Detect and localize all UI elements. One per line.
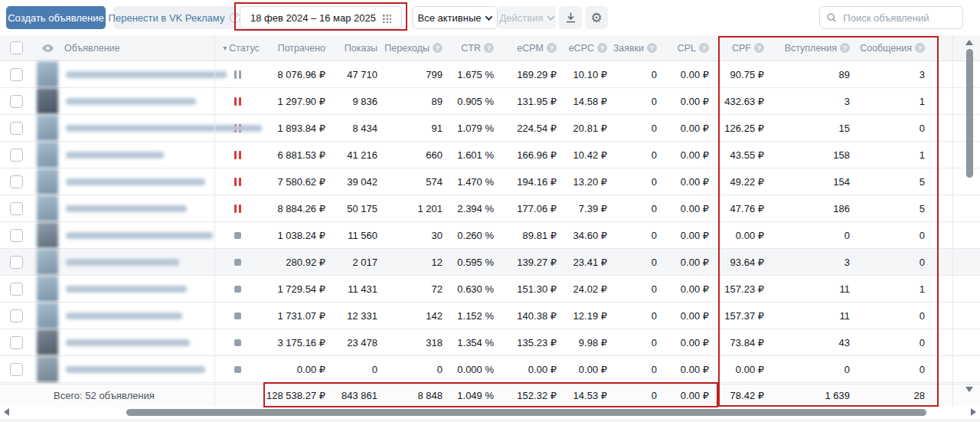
row-checkbox[interactable] xyxy=(10,202,23,215)
column-header-cpl[interactable]: CPL? xyxy=(665,43,717,54)
column-header-ecpm[interactable]: eCPM? xyxy=(501,43,564,54)
ad-title-blurred[interactable] xyxy=(63,312,214,319)
cell-cpf: 0.00 ₽ xyxy=(717,230,772,241)
table-body: 8 076.96 ₽ 47 710 799 1.675 % 169.29 ₽ 1… xyxy=(0,61,980,383)
help-icon[interactable]: ? xyxy=(484,43,494,53)
ad-thumbnail[interactable] xyxy=(32,329,63,355)
horizontal-scroll-right-arrow[interactable] xyxy=(971,408,976,416)
calendar-grid-icon xyxy=(381,13,391,23)
cell-leads: 0 xyxy=(615,310,665,322)
ad-thumbnail[interactable] xyxy=(32,195,63,221)
actions-label: Действия xyxy=(500,12,544,24)
cell-cpl: 0.00 ₽ xyxy=(665,69,717,80)
column-header-messages[interactable]: Сообщения? xyxy=(858,43,936,54)
ad-title-blurred[interactable] xyxy=(63,71,214,78)
cell-joins: 158 xyxy=(772,149,858,161)
help-icon[interactable]: ? xyxy=(597,43,607,53)
totals-leads: 0 xyxy=(615,390,665,401)
status-filter-label: Все активные xyxy=(418,12,482,24)
cell-messages: 0 xyxy=(858,337,936,348)
vertical-scroll-up-arrow[interactable] xyxy=(965,40,973,45)
help-icon[interactable]: ? xyxy=(547,43,557,53)
column-header-ctr[interactable]: CTR? xyxy=(450,43,501,54)
column-header-status[interactable]: ▾ Статус xyxy=(214,43,260,54)
row-checkbox[interactable] xyxy=(10,175,23,188)
ad-thumbnail[interactable] xyxy=(32,222,63,248)
row-checkbox[interactable] xyxy=(10,122,23,135)
ad-thumbnail[interactable] xyxy=(32,142,63,168)
ad-title-blurred[interactable] xyxy=(63,339,214,346)
blurred-ad-title xyxy=(66,286,187,293)
ad-thumbnail[interactable] xyxy=(32,276,63,302)
row-checkbox[interactable] xyxy=(10,149,23,162)
settings-button[interactable]: ⚙ xyxy=(585,6,608,29)
column-header-ecpc[interactable]: eCPC? xyxy=(564,43,615,54)
cell-clicks: 12 xyxy=(385,257,450,268)
row-checkbox[interactable] xyxy=(10,256,23,269)
status-filter-dropdown[interactable]: Все активные xyxy=(412,6,498,29)
ad-title-blurred[interactable] xyxy=(63,125,214,132)
ad-thumbnail[interactable] xyxy=(32,249,63,275)
column-header-clicks[interactable]: Переходы? xyxy=(385,43,450,54)
horizontal-scroll-left-arrow[interactable] xyxy=(4,408,9,416)
date-range-picker[interactable]: 18 фев 2024 – 16 мар 2025 xyxy=(240,6,402,29)
column-header-leads[interactable]: Заявки? xyxy=(615,43,665,54)
vertical-scrollbar-thumb[interactable] xyxy=(966,49,973,178)
search-box[interactable] xyxy=(819,6,963,29)
horizontal-scrollbar-thumb[interactable] xyxy=(126,409,926,416)
help-icon[interactable]: ? xyxy=(915,43,925,53)
column-header-shows[interactable]: Показы xyxy=(333,43,385,54)
row-checkbox[interactable] xyxy=(10,363,23,376)
ad-title-blurred[interactable] xyxy=(63,366,214,373)
help-icon[interactable]: ? xyxy=(433,43,443,53)
visibility-eye-icon[interactable] xyxy=(41,44,54,53)
cell-clicks: 799 xyxy=(385,69,450,80)
vertical-scroll-down-arrow[interactable] xyxy=(965,387,973,392)
row-checkbox[interactable] xyxy=(10,229,23,242)
ad-title-blurred[interactable] xyxy=(63,232,214,239)
help-icon[interactable]: ? xyxy=(840,43,850,53)
cell-leads: 0 xyxy=(615,257,665,268)
search-input[interactable] xyxy=(841,11,956,25)
ad-title-blurred[interactable] xyxy=(63,152,214,159)
ad-thumbnail[interactable] xyxy=(32,303,63,329)
status-icon xyxy=(234,259,241,266)
row-checkbox[interactable] xyxy=(10,95,23,108)
export-button[interactable] xyxy=(559,6,582,29)
ad-title-blurred[interactable] xyxy=(63,259,214,266)
column-header-joins[interactable]: Вступления? xyxy=(772,43,858,54)
cell-ctr: 0.000 % xyxy=(450,364,501,375)
blurred-ad-title xyxy=(66,205,187,212)
create-ad-button[interactable]: Создать объявление xyxy=(6,6,106,29)
help-icon[interactable]: ? xyxy=(699,43,709,53)
cell-cpf: 93.64 ₽ xyxy=(717,257,772,268)
actions-dropdown-disabled[interactable]: Действия xyxy=(498,6,556,29)
column-header-cpf[interactable]: CPF? xyxy=(717,43,772,54)
ad-thumbnail[interactable] xyxy=(32,356,63,382)
ad-thumbnail[interactable] xyxy=(32,168,63,195)
ad-thumbnail[interactable] xyxy=(32,61,63,87)
row-checkbox[interactable] xyxy=(10,68,23,81)
help-icon[interactable]: ? xyxy=(754,43,764,53)
row-checkbox[interactable] xyxy=(10,309,23,322)
cell-ecpm: 177.06 ₽ xyxy=(501,203,564,214)
search-icon xyxy=(827,12,836,23)
cell-spent: 1 893.84 ₽ xyxy=(260,123,333,134)
column-header-spent[interactable]: Потрачено xyxy=(260,43,333,54)
help-icon[interactable]: ? xyxy=(647,43,657,53)
ad-title-blurred[interactable] xyxy=(63,205,214,212)
ad-thumbnail[interactable] xyxy=(32,115,63,141)
select-all-checkbox[interactable] xyxy=(10,41,23,54)
transfer-to-vk-ads-button[interactable]: Перенести в VK Рекламу ? xyxy=(113,6,236,29)
ad-title-blurred[interactable] xyxy=(63,98,214,105)
ad-title-blurred[interactable] xyxy=(63,286,214,293)
cell-ecpc: 10.10 ₽ xyxy=(564,69,615,80)
cell-shows: 47 710 xyxy=(333,69,385,80)
ad-thumbnail[interactable] xyxy=(32,88,63,114)
cell-leads: 0 xyxy=(615,69,665,80)
row-checkbox[interactable] xyxy=(10,283,23,296)
ad-title-blurred[interactable] xyxy=(63,178,214,185)
column-header-ad[interactable]: Объявление xyxy=(63,43,214,54)
row-checkbox[interactable] xyxy=(10,336,23,349)
row-checkbox-cell xyxy=(0,229,32,242)
